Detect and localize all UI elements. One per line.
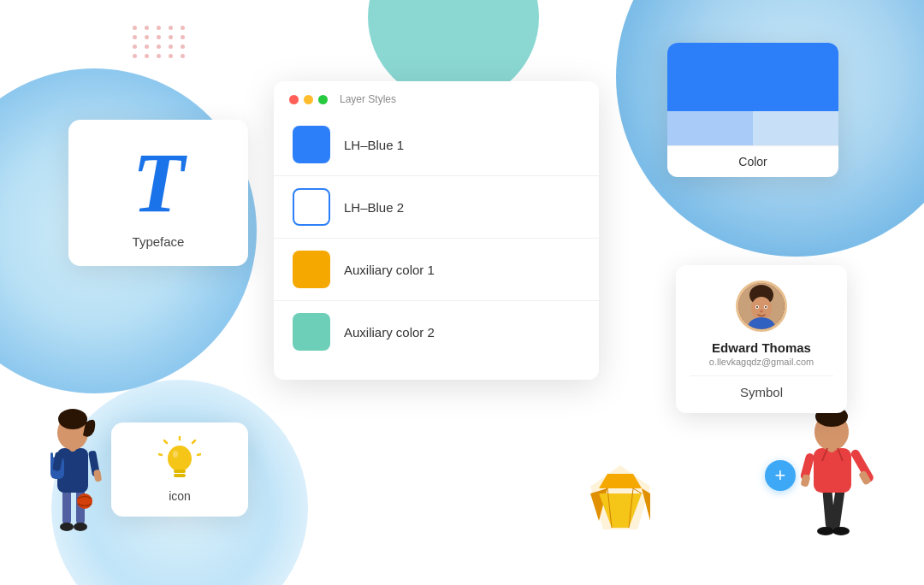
traffic-light-red xyxy=(289,95,299,104)
layer-item-0: LH–Blue 1 xyxy=(274,114,599,176)
svg-line-4 xyxy=(158,454,162,455)
svg-point-16 xyxy=(760,310,763,313)
plus-button[interactable]: + xyxy=(765,460,796,491)
color-swatch-main xyxy=(667,43,838,111)
color-swatch-blue1 xyxy=(293,126,330,163)
typeface-card: T Typeface xyxy=(68,120,248,266)
svg-rect-36 xyxy=(814,448,851,493)
svg-rect-24 xyxy=(50,452,53,464)
layer-label-1: LH–Blue 2 xyxy=(344,200,404,215)
symbol-card: Edward Thomas o.llevkagqdz@gmail.com Sym… xyxy=(676,265,847,413)
svg-line-3 xyxy=(164,440,167,443)
panel-header: Layer Styles xyxy=(274,81,599,114)
svg-point-14 xyxy=(756,306,758,308)
layer-item-3: Auxiliary color 2 xyxy=(274,301,599,363)
traffic-light-green xyxy=(318,95,328,104)
svg-point-5 xyxy=(168,446,192,471)
color-panel: Color xyxy=(667,43,838,177)
layer-item-2: Auxiliary color 1 xyxy=(274,239,599,301)
symbol-label: Symbol xyxy=(690,375,833,399)
avatar-face xyxy=(738,283,785,329)
color-panel-label: Color xyxy=(667,145,838,177)
svg-point-15 xyxy=(765,306,767,308)
typeface-label: Typeface xyxy=(133,234,185,249)
color-swatch-blue2 xyxy=(293,188,330,226)
layer-label-3: Auxiliary color 2 xyxy=(344,325,435,340)
layer-styles-panel: Layer Styles LH–Blue 1 LH–Blue 2 Auxilia… xyxy=(274,81,599,380)
svg-rect-29 xyxy=(93,470,102,482)
color-swatch-light2 xyxy=(753,111,838,145)
color-swatch-light1 xyxy=(667,111,753,145)
svg-point-35 xyxy=(832,527,850,535)
color-swatch-aux2 xyxy=(293,313,330,351)
bulb-icon xyxy=(158,438,201,481)
svg-line-2 xyxy=(198,454,201,455)
color-swatches xyxy=(667,43,838,145)
plus-icon: + xyxy=(775,466,786,485)
svg-point-27 xyxy=(58,409,87,429)
svg-point-34 xyxy=(817,527,834,535)
svg-point-21 xyxy=(74,523,87,531)
panel-title: Layer Styles xyxy=(340,93,396,105)
layer-item-1: LH–Blue 2 xyxy=(274,176,599,239)
svg-point-20 xyxy=(60,523,74,531)
avatar xyxy=(736,281,787,332)
layer-label-2: Auxiliary color 1 xyxy=(344,263,435,277)
person-email: o.llevkagqdz@gmail.com xyxy=(709,357,814,367)
svg-point-11 xyxy=(751,297,772,321)
traffic-light-yellow xyxy=(304,95,313,104)
svg-point-8 xyxy=(173,451,178,458)
color-swatch-aux1 xyxy=(293,251,330,288)
figure-right xyxy=(791,393,877,538)
icon-card-label: icon xyxy=(169,489,191,503)
figure-left xyxy=(38,388,116,534)
svg-line-1 xyxy=(192,440,195,443)
svg-point-31 xyxy=(77,493,92,509)
layer-label-0: LH–Blue 1 xyxy=(344,138,404,152)
person-name: Edward Thomas xyxy=(712,340,811,355)
svg-rect-6 xyxy=(174,470,186,473)
svg-rect-7 xyxy=(174,474,186,477)
icon-card: icon xyxy=(111,422,248,517)
sketch-diamond xyxy=(582,461,659,538)
typeface-letter: T xyxy=(132,140,184,226)
dot-grid-decoration xyxy=(133,26,187,58)
